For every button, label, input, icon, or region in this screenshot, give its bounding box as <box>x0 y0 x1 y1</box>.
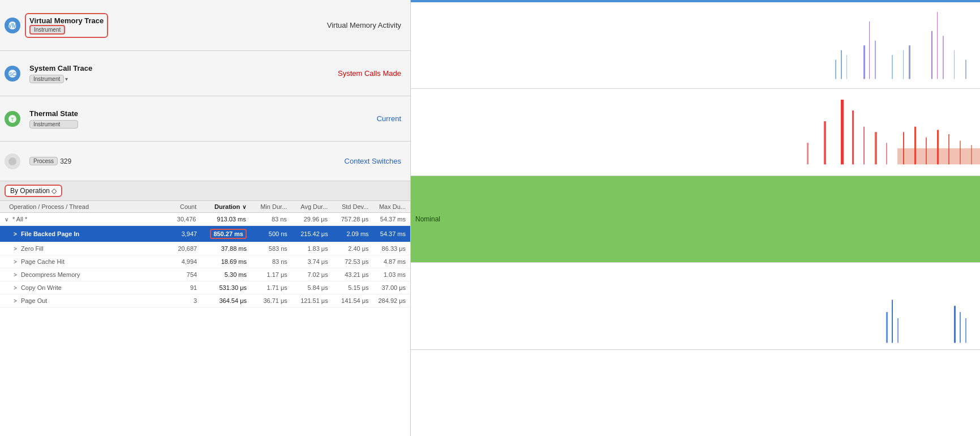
thermal-name: Thermal State <box>29 109 78 118</box>
svg-rect-23 <box>841 100 844 164</box>
row-maxdur: 4.87 ms <box>369 258 410 265</box>
svg-rect-18 <box>943 36 944 79</box>
table-row-zero-fill[interactable]: > Zero Fill 20,687 37.88 ms 583 ns 1.83 … <box>0 242 410 255</box>
instrument-row-vmt[interactable]: VM Virtual Memory Trace Instrument Virtu… <box>0 0 410 51</box>
table-body: ∨ * All * 30,476 913.03 ms 83 ns 29.96 μ… <box>0 213 410 436</box>
svg-text:SC: SC <box>9 71 16 77</box>
vmt-icon: VM <box>5 18 20 33</box>
svg-rect-32 <box>937 130 939 165</box>
row-maxdur: 86.33 μs <box>369 245 410 252</box>
duration-cell: 850.27 ms <box>197 229 247 239</box>
row-mindur: 83 ns <box>246 216 287 223</box>
svg-rect-10 <box>863 45 865 79</box>
thermal-badge[interactable]: Instrument <box>29 120 78 129</box>
svg-rect-29 <box>903 132 904 165</box>
thermal-track-label: Current <box>192 114 410 123</box>
duration-cell: 5.30 ms <box>197 271 247 278</box>
row-name: > Copy On Write <box>0 284 156 291</box>
svg-rect-24 <box>852 111 854 165</box>
table-row-page-out[interactable]: > Page Out 3 364.54 μs 36.71 μs 121.51 μ… <box>0 294 410 307</box>
syscall-badge[interactable]: Instrument <box>29 75 64 83</box>
by-operation-button[interactable]: By Operation ◇ <box>5 185 62 197</box>
row-mindur: 583 ns <box>247 245 287 252</box>
table-header: Operation / Process / Thread Count Durat… <box>0 201 410 213</box>
svg-rect-35 <box>971 145 972 164</box>
thermal-nominal-label: Nominal <box>415 215 440 223</box>
col-header-maxdur[interactable]: Max Du... <box>368 203 410 210</box>
context-track-label: Context Switches <box>192 157 410 165</box>
svg-rect-12 <box>875 41 876 79</box>
expand-arrow[interactable]: ∨ <box>5 216 8 223</box>
expand-arrow[interactable]: > <box>14 285 17 291</box>
context-icon <box>5 153 20 169</box>
col-header-mindur[interactable]: Min Dur... <box>246 203 287 210</box>
svg-rect-9 <box>846 55 847 79</box>
syscall-info: System Call Trace Instrument ▾ <box>29 64 92 83</box>
col-header-count[interactable]: Count <box>156 203 196 210</box>
table-row-file-backed-page-in[interactable]: > File Backed Page In 3,947 850.27 ms 50… <box>0 226 410 242</box>
row-mindur: 1.71 μs <box>247 284 287 291</box>
timeline-context[interactable] <box>411 263 980 349</box>
row-stddev: 757.28 μs <box>328 216 368 223</box>
thermal-icon: T <box>5 111 20 127</box>
svg-rect-34 <box>960 141 961 165</box>
instrument-row-syscall[interactable]: SC System Call Trace Instrument ▾ System… <box>0 51 410 96</box>
table-row-decompress-memory[interactable]: > Decompress Memory 754 5.30 ms 1.17 μs … <box>0 268 410 281</box>
timeline-syscall[interactable] <box>411 89 980 176</box>
row-mindur: 1.17 μs <box>247 271 287 278</box>
timeline-empty <box>411 350 980 436</box>
row-maxdur: 37.00 μs <box>369 284 410 291</box>
vmt-name-box: Virtual Memory Trace Instrument <box>25 13 108 38</box>
col-header-stddev[interactable]: Std Dev... <box>328 203 368 210</box>
row-name: > File Backed Page In <box>0 230 156 237</box>
thermal-info: Thermal State Instrument <box>29 109 78 129</box>
table-row-page-cache-hit[interactable]: > Page Cache Hit 4,994 18.69 ms 83 ns 3.… <box>0 255 410 268</box>
svg-rect-14 <box>903 50 904 79</box>
context-badge[interactable]: Process <box>29 157 58 165</box>
col-header-duration[interactable]: Duration ∨ <box>196 203 246 210</box>
row-avgdur: 29.96 μs <box>287 216 328 223</box>
row-maxdur: 54.37 ms <box>368 216 410 223</box>
table-row-copy-on-write[interactable]: > Copy On Write 91 531.30 μs 1.71 μs 5.8… <box>0 281 410 294</box>
row-avgdur: 3.74 μs <box>287 258 328 265</box>
timeline-thermal[interactable]: Nominal <box>411 176 980 263</box>
svg-rect-16 <box>931 31 932 79</box>
row-stddev: 5.15 μs <box>328 284 369 291</box>
col-header-avgdur[interactable]: Avg Dur... <box>287 203 328 210</box>
svg-rect-36 <box>886 312 888 343</box>
expand-arrow[interactable]: > <box>14 272 17 278</box>
svg-rect-13 <box>892 55 893 79</box>
duration-cell: 531.30 μs <box>197 284 247 291</box>
expand-arrow[interactable]: > <box>14 259 17 265</box>
row-count: 3,947 <box>156 230 197 237</box>
row-maxdur: 1.03 ms <box>369 271 410 278</box>
row-avgdur: 121.51 μs <box>287 297 328 304</box>
duration-cell: 364.54 μs <box>197 297 247 304</box>
syscall-icon: SC <box>5 66 20 82</box>
duration-cell: 37.88 ms <box>197 245 247 252</box>
row-name: > Zero Fill <box>0 245 156 252</box>
row-maxdur: 284.92 μs <box>369 297 410 304</box>
svg-rect-26 <box>875 132 877 165</box>
instrument-row-thermal[interactable]: T Thermal State Instrument Current <box>0 96 410 142</box>
expand-arrow[interactable]: > <box>14 231 17 237</box>
row-count: 20,687 <box>156 245 197 252</box>
expand-arrow[interactable]: > <box>14 246 17 252</box>
row-name: ∨ * All * <box>0 216 155 223</box>
svg-rect-7 <box>835 60 836 79</box>
duration-boxed-value: 850.27 ms <box>210 229 247 239</box>
table-row-all[interactable]: ∨ * All * 30,476 913.03 ms 83 ns 29.96 μ… <box>0 213 410 226</box>
context-chart <box>411 263 980 349</box>
timeline-vmt[interactable] <box>411 2 980 89</box>
instrument-row-context[interactable]: Process 329 Context Switches <box>0 142 410 181</box>
svg-rect-22 <box>824 122 826 165</box>
expand-arrow[interactable]: > <box>14 298 17 304</box>
row-stddev: 72.53 μs <box>328 258 369 265</box>
vmt-chart <box>411 2 980 88</box>
row-count: 30,476 <box>155 216 196 223</box>
col-header-operation: Operation / Process / Thread <box>0 203 156 210</box>
syscall-name: System Call Trace <box>29 64 92 72</box>
row-stddev: 141.54 μs <box>328 297 369 304</box>
row-stddev: 2.40 μs <box>328 245 369 252</box>
vmt-badge[interactable]: Instrument <box>29 25 65 35</box>
